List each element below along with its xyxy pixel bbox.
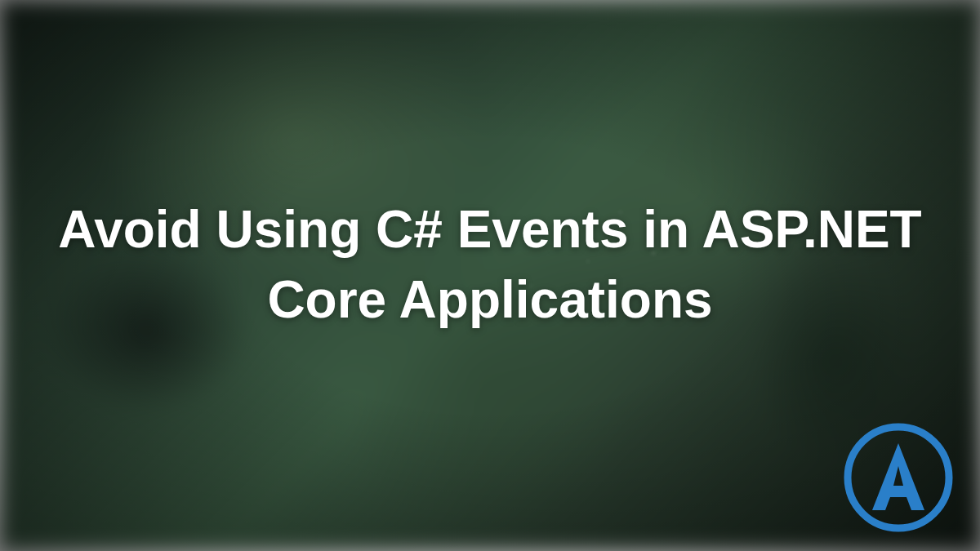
svg-point-0 <box>848 427 949 528</box>
brand-logo <box>841 420 956 535</box>
logo-icon <box>841 420 956 535</box>
article-title: Avoid Using C# Events in ASP.NET Core Ap… <box>49 193 931 335</box>
